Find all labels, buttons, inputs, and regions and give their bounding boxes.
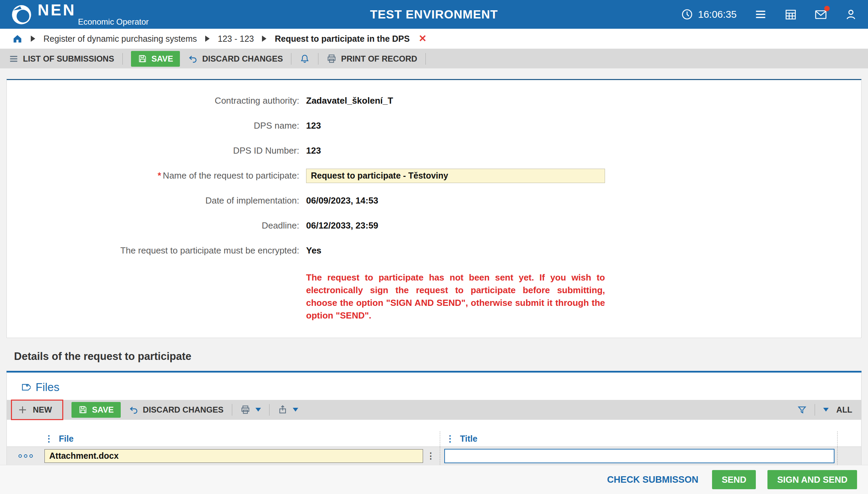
tag-icon: [20, 382, 31, 393]
files-toolbar: NEW SAVE DISCARD CHANGES: [7, 400, 861, 420]
details-section-title: Details of the request to participate: [14, 350, 854, 363]
menu-icon[interactable]: [754, 8, 767, 21]
send-button[interactable]: SEND: [712, 470, 756, 489]
breadcrumb-separator-icon: [205, 36, 210, 42]
save-icon: [138, 54, 147, 63]
print-of-record-button[interactable]: PRINT OF RECORD: [327, 54, 417, 64]
column-header-title[interactable]: ⋮ Title: [440, 431, 838, 446]
field-label: The request to participate must be encry…: [7, 245, 306, 256]
list-of-submissions-button[interactable]: LIST OF SUBMISSIONS: [9, 54, 114, 64]
table-row: ⋮: [7, 446, 861, 466]
calendar-icon[interactable]: [785, 8, 797, 21]
field-label: *Name of the request to participate:: [7, 170, 306, 181]
footer-action-bar: CHECK SUBMISSON SEND SIGN AND SEND: [0, 465, 868, 494]
files-header: Files: [20, 381, 861, 394]
undo-icon: [129, 405, 139, 415]
bell-icon: [300, 54, 310, 64]
files-print-menu-button[interactable]: [240, 405, 261, 415]
main-toolbar: LIST OF SUBMISSIONS SAVE DISCARD CHANGES…: [0, 49, 868, 68]
field-value: 06/09/2023, 14:53: [306, 195, 378, 206]
save-icon: [78, 405, 88, 414]
toolbar-divider: [425, 53, 426, 65]
mail-notification-dot: [824, 6, 830, 11]
brand-subtitle: Economic Operator: [78, 17, 149, 27]
undo-icon: [188, 54, 198, 64]
nen-logo: [11, 4, 32, 25]
request-name-input[interactable]: [306, 169, 605, 183]
filter-all-button[interactable]: ALL: [836, 405, 852, 415]
field-dps-id-number: DPS ID Number: 123: [7, 138, 861, 163]
notifications-button[interactable]: [300, 54, 310, 64]
files-save-button[interactable]: SAVE: [71, 402, 121, 418]
top-header: NEN Economic Operator TEST ENVIRONMENT 1…: [0, 0, 868, 29]
files-export-menu-button[interactable]: [278, 405, 298, 415]
column-drag-handle-icon[interactable]: ⋮: [446, 433, 455, 444]
printer-icon: [327, 54, 337, 64]
printer-icon: [240, 405, 250, 415]
field-deadline: Deadline: 06/12/2033, 23:59: [7, 213, 861, 238]
save-button[interactable]: SAVE: [131, 51, 180, 67]
discard-changes-button[interactable]: DISCARD CHANGES: [188, 54, 283, 64]
field-dps-name: DPS name: 123: [7, 113, 861, 138]
close-tab-icon[interactable]: ✕: [419, 34, 426, 43]
not-sent-warning: The request to participate has not been …: [306, 271, 605, 322]
mail-button[interactable]: [815, 8, 827, 21]
brand[interactable]: NEN Economic Operator: [11, 2, 149, 27]
field-value: 123: [306, 145, 321, 156]
field-value: 123: [306, 120, 321, 131]
files-discard-changes-button[interactable]: DISCARD CHANGES: [129, 405, 224, 415]
plus-icon: [17, 405, 28, 415]
user-icon[interactable]: [845, 8, 857, 21]
export-icon: [278, 405, 288, 415]
toolbar-divider: [318, 53, 318, 65]
breadcrumb: Register of dynamic purchasing systems 1…: [0, 29, 868, 49]
breadcrumb-item-current[interactable]: Request to participate in the DPS: [275, 34, 410, 44]
field-label: DPS ID Number:: [7, 145, 306, 156]
file-name-input[interactable]: [44, 449, 423, 463]
files-table: ⋮ File ⋮ Title ⋮: [7, 431, 861, 466]
file-cell: ⋮: [44, 447, 440, 465]
column-drag-handle-icon[interactable]: ⋮: [44, 433, 53, 444]
home-icon[interactable]: [12, 34, 23, 44]
sign-and-send-button[interactable]: SIGN AND SEND: [767, 470, 857, 489]
field-encrypted: The request to participate must be encry…: [7, 238, 861, 263]
list-icon: [9, 54, 18, 64]
toolbar-divider: [815, 404, 815, 416]
required-asterisk: *: [158, 170, 161, 181]
environment-title: TEST ENVIRONMENT: [370, 8, 498, 21]
breadcrumb-item-dps[interactable]: 123 - 123: [218, 34, 254, 44]
field-request-name: *Name of the request to participate:: [7, 163, 861, 188]
breadcrumb-separator-icon: [31, 36, 35, 42]
field-label: Contracting authority:: [7, 95, 306, 106]
files-table-header: ⋮ File ⋮ Title: [7, 431, 861, 446]
field-label: Deadline:: [7, 220, 306, 231]
breadcrumb-item-register[interactable]: Register of dynamic purchasing systems: [43, 34, 197, 44]
file-title-input[interactable]: [444, 449, 834, 463]
row-handle-dot-icon: [29, 454, 33, 458]
chevron-down-icon[interactable]: [823, 408, 829, 412]
field-label: Date of implementation:: [7, 195, 306, 206]
field-value: 06/12/2033, 23:59: [306, 220, 378, 231]
row-handle[interactable]: [7, 454, 44, 458]
title-cell: [440, 447, 838, 465]
new-file-button[interactable]: NEW: [11, 400, 63, 420]
files-title: Files: [36, 381, 60, 394]
column-header-file[interactable]: ⋮ File: [44, 431, 440, 446]
toolbar-divider: [122, 53, 123, 65]
filter-icon[interactable]: [797, 405, 807, 415]
clock: 16:06:35: [681, 8, 737, 21]
cell-menu-icon[interactable]: ⋮: [423, 451, 438, 461]
request-form-panel: Contracting authority: Zadavatel_školení…: [6, 79, 862, 338]
current-time: 16:06:35: [698, 9, 737, 20]
details-section: Details of the request to participate: [6, 338, 862, 363]
chevron-down-icon: [255, 408, 261, 412]
clock-icon: [681, 8, 693, 21]
row-handle-dot-icon: [18, 454, 22, 458]
toolbar-divider: [232, 404, 232, 416]
field-value: Zadavatel_školení_T: [306, 95, 393, 106]
row-handle-dot-icon: [24, 454, 27, 458]
toolbar-divider: [291, 53, 291, 65]
field-date-of-implementation: Date of implementation: 06/09/2023, 14:5…: [7, 188, 861, 213]
field-label: DPS name:: [7, 120, 306, 131]
check-submission-button[interactable]: CHECK SUBMISSON: [605, 474, 700, 485]
